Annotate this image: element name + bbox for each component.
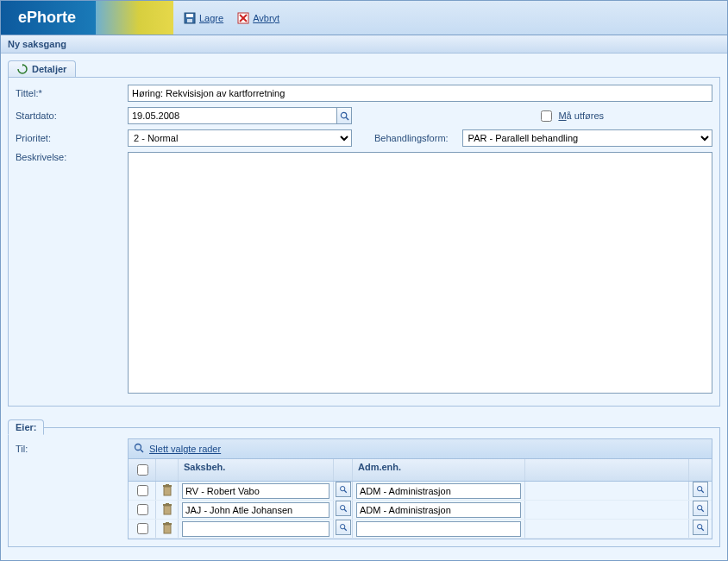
saksbeh-lookup-button[interactable] bbox=[336, 520, 351, 535]
admenh-input[interactable] bbox=[356, 502, 521, 518]
detaljer-panel: Tittel:* Startdato: bbox=[8, 77, 720, 407]
svg-line-31 bbox=[701, 528, 704, 531]
toolbar: Lagre Avbryt bbox=[173, 1, 279, 35]
svg-line-17 bbox=[701, 490, 704, 493]
saksbeh-lookup-button[interactable] bbox=[336, 501, 351, 516]
tittel-input[interactable] bbox=[128, 85, 712, 102]
col-admenh-header: Adm.enh. bbox=[353, 459, 525, 481]
startdato-input[interactable] bbox=[128, 107, 336, 124]
svg-line-29 bbox=[344, 528, 347, 531]
trash-icon[interactable] bbox=[162, 522, 173, 536]
svg-rect-13 bbox=[166, 484, 169, 486]
detaljer-tab[interactable]: Detaljer bbox=[8, 60, 76, 77]
svg-rect-25 bbox=[164, 525, 171, 533]
svg-rect-20 bbox=[166, 503, 169, 505]
saksbeh-input[interactable] bbox=[182, 483, 329, 499]
detaljer-tab-label: Detaljer bbox=[32, 64, 66, 74]
svg-rect-18 bbox=[164, 506, 171, 514]
prioritet-select[interactable]: 2 - Normal bbox=[128, 129, 352, 147]
table-row bbox=[129, 520, 712, 539]
admenh-lookup-button[interactable] bbox=[693, 482, 708, 497]
startdato-lookup-button[interactable] bbox=[336, 107, 352, 124]
table-row bbox=[129, 482, 712, 501]
refresh-icon bbox=[17, 64, 28, 74]
admenh-lookup-button[interactable] bbox=[693, 501, 708, 516]
svg-point-21 bbox=[340, 506, 344, 510]
saksbeh-input[interactable] bbox=[182, 521, 329, 537]
cancel-label: Avbryt bbox=[253, 13, 279, 23]
search-icon bbox=[340, 111, 349, 121]
save-icon bbox=[184, 12, 196, 24]
svg-point-23 bbox=[698, 506, 702, 510]
svg-rect-2 bbox=[187, 19, 192, 22]
content-area: Detaljer Tittel:* Startdato: bbox=[1, 54, 727, 560]
cancel-icon bbox=[237, 12, 249, 24]
row-select-checkbox[interactable] bbox=[137, 485, 148, 496]
admenh-input[interactable] bbox=[356, 521, 521, 537]
col-saksbeh-header: Saksbeh. bbox=[179, 459, 334, 481]
grid-header: Saksbeh. Adm.enh. bbox=[129, 459, 712, 482]
til-label: Til: bbox=[16, 438, 128, 539]
eier-tab[interactable]: Eier: bbox=[8, 419, 44, 435]
ma-utfores-label: Må utføres bbox=[558, 110, 604, 121]
cancel-button[interactable]: Avbryt bbox=[237, 12, 279, 24]
behandlingsform-select[interactable]: PAR - Parallell behandling bbox=[462, 129, 712, 147]
svg-line-15 bbox=[344, 490, 347, 493]
delete-selected-rows-button[interactable]: Slett valgte rader bbox=[149, 444, 221, 454]
svg-point-7 bbox=[341, 112, 346, 117]
svg-line-8 bbox=[346, 117, 348, 120]
prioritet-label: Prioritet: bbox=[16, 133, 128, 143]
beskrivelse-textarea[interactable] bbox=[128, 152, 712, 394]
admenh-input[interactable] bbox=[356, 483, 521, 499]
svg-rect-27 bbox=[166, 522, 169, 524]
ma-utfores-checkbox[interactable] bbox=[541, 110, 552, 122]
header-bar: ePhorte Lagre Avbryt bbox=[1, 1, 727, 35]
svg-point-9 bbox=[135, 444, 141, 451]
brand-logo: ePhorte bbox=[1, 1, 173, 35]
svg-rect-11 bbox=[164, 487, 171, 495]
save-button[interactable]: Lagre bbox=[184, 12, 223, 24]
svg-point-16 bbox=[698, 487, 702, 491]
trash-icon[interactable] bbox=[162, 484, 173, 498]
search-icon bbox=[134, 443, 144, 455]
recipients-grid: Slett valgte rader Saksbeh. Adm.enh. bbox=[128, 438, 712, 539]
brand-text: ePhorte bbox=[18, 9, 76, 27]
row-select-checkbox[interactable] bbox=[137, 523, 148, 534]
row-select-checkbox[interactable] bbox=[137, 504, 148, 515]
startdato-label: Startdato: bbox=[16, 110, 128, 121]
eier-panel: Eier: Til: Slett valgte rader Saksbeh. bbox=[8, 427, 720, 547]
svg-line-22 bbox=[344, 509, 347, 512]
save-label: Lagre bbox=[199, 13, 223, 23]
admenh-lookup-button[interactable] bbox=[693, 520, 708, 535]
svg-point-14 bbox=[340, 487, 344, 491]
svg-point-30 bbox=[698, 525, 702, 529]
table-row bbox=[129, 501, 712, 520]
trash-icon[interactable] bbox=[162, 503, 173, 517]
beskrivelse-label: Beskrivelse: bbox=[16, 152, 128, 162]
grid-toolbar: Slett valgte rader bbox=[129, 439, 712, 459]
svg-line-10 bbox=[141, 450, 143, 452]
svg-point-28 bbox=[340, 525, 344, 529]
svg-rect-1 bbox=[186, 14, 193, 17]
behandlingsform-label: Behandlingsform: bbox=[374, 133, 449, 143]
app-window: ePhorte Lagre Avbryt Ny saksgang bbox=[0, 0, 728, 561]
page-title: Ny saksgang bbox=[1, 35, 727, 54]
tittel-label: Tittel:* bbox=[16, 88, 128, 98]
select-all-checkbox[interactable] bbox=[137, 464, 148, 476]
saksbeh-input[interactable] bbox=[182, 502, 329, 518]
svg-line-24 bbox=[701, 509, 704, 512]
saksbeh-lookup-button[interactable] bbox=[336, 482, 351, 497]
